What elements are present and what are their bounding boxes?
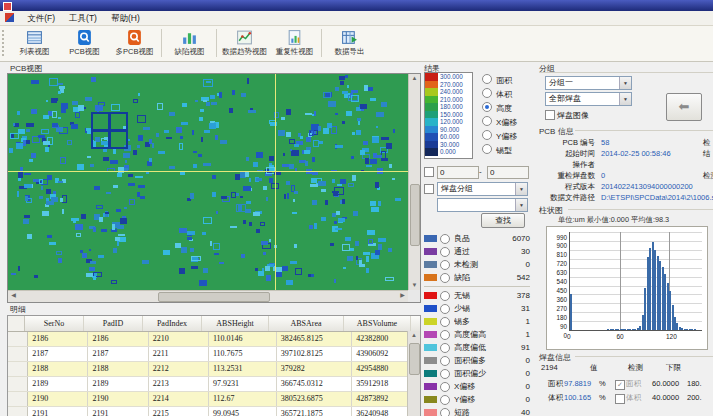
menu-item-help[interactable]: 帮助(H) xyxy=(104,11,147,27)
pcb-hscroll-thumb[interactable] xyxy=(158,292,270,302)
toolbar-button-label: 多PCB视图 xyxy=(111,47,158,56)
radio-icon[interactable] xyxy=(440,330,450,340)
category-row[interactable]: 缺陷542 xyxy=(424,271,530,284)
table-row[interactable]: 21892189221397.9231366745.031235912918 xyxy=(8,377,420,392)
pcb-component xyxy=(49,242,56,245)
category-row[interactable]: 锡多1 xyxy=(424,315,530,328)
menu-item-tools[interactable]: 工具(T) xyxy=(62,11,104,27)
range-to-input[interactable] xyxy=(487,166,529,179)
chevron-down-icon[interactable]: ▼ xyxy=(515,199,527,211)
category-row[interactable]: 通过30 xyxy=(424,245,530,258)
metric-option-1[interactable]: 体积 xyxy=(482,88,512,100)
chevron-down-icon[interactable]: ▼ xyxy=(515,183,527,195)
toolbar-button-repeat-view[interactable]: 重复性视图 xyxy=(270,27,319,60)
radio-icon[interactable] xyxy=(440,356,450,366)
chevron-down-icon[interactable]: ▼ xyxy=(619,93,631,105)
chevron-down-icon[interactable]: ▼ xyxy=(619,77,631,89)
scroll-up-icon[interactable]: ▲ xyxy=(409,74,420,83)
pcb-horizontal-scrollbar[interactable]: ◀ ▶ xyxy=(8,290,408,302)
range-from-input[interactable] xyxy=(437,166,479,179)
table-row[interactable]: 218821882212113.253137928242954880 xyxy=(8,362,420,377)
category-row[interactable]: X偏移0 xyxy=(424,380,530,393)
group-filter-select[interactable]: 焊盘分组▼ xyxy=(437,182,528,196)
group-filter-checkbox[interactable] xyxy=(424,184,434,194)
table-row[interactable]: 218621862210110.0146382465.812542382800 xyxy=(8,332,420,347)
radio-icon[interactable] xyxy=(440,247,450,257)
category-row[interactable]: 高度偏低91 xyxy=(424,341,530,354)
search-button[interactable]: 查找 xyxy=(481,213,525,228)
back-arrow-button[interactable]: ⬅ xyxy=(666,93,702,121)
table-scroll-thumb[interactable] xyxy=(409,343,420,375)
group-select[interactable]: 分组一▼ xyxy=(545,76,632,90)
radio-icon[interactable] xyxy=(440,317,450,327)
column-header-ABSArea[interactable]: ABSArea xyxy=(269,316,344,331)
range-filter-checkbox[interactable] xyxy=(424,167,434,177)
pcb-component xyxy=(266,197,268,201)
radio-icon[interactable] xyxy=(440,304,450,314)
metric-option-5[interactable]: 锡型 xyxy=(482,144,512,156)
title-bar[interactable] xyxy=(0,0,713,11)
toolbar-button-data-trend-view[interactable]: 数据趋势视图 xyxy=(220,27,269,60)
pcb-board-canvas[interactable] xyxy=(8,74,408,290)
category-row[interactable]: 高度偏高1 xyxy=(424,328,530,341)
category-row[interactable]: 无锡378 xyxy=(424,289,530,302)
toolbar-button-list-view[interactable]: 列表视图 xyxy=(10,27,59,60)
column-header-ABSVolume[interactable]: ABSVolume xyxy=(344,316,411,331)
toolbar-button-multi-pcb-view[interactable]: 多PCB视图 xyxy=(110,27,159,60)
radio-icon[interactable] xyxy=(440,395,450,405)
radio-icon[interactable] xyxy=(482,88,492,98)
category-row[interactable]: Y偏移0 xyxy=(424,393,530,406)
category-row[interactable]: 面积偏少0 xyxy=(424,367,530,380)
group-value-select[interactable]: ▼ xyxy=(437,198,528,212)
column-header-PadID[interactable]: PadID xyxy=(84,316,143,331)
menu-item-file[interactable]: 文件(F) xyxy=(20,11,62,27)
pad-check-checkbox[interactable]: ✓ xyxy=(615,380,625,390)
radio-icon[interactable] xyxy=(482,144,492,154)
radio-icon[interactable] xyxy=(440,260,450,270)
toolbar-grip[interactable] xyxy=(2,30,7,56)
radio-icon[interactable] xyxy=(440,273,450,283)
column-header-ABSHeight[interactable]: ABSHeight xyxy=(202,316,269,331)
category-row[interactable]: 面积偏多0 xyxy=(424,354,530,367)
column-header-PadIndex[interactable]: PadIndex xyxy=(143,316,202,331)
pad-image-checkbox[interactable] xyxy=(545,110,555,120)
table-row[interactable]: 219021902214112.67380523.687542873892 xyxy=(8,392,420,407)
toolbar-button-defect-view[interactable]: 缺陷视图 xyxy=(165,27,214,60)
pcb-component xyxy=(338,218,345,222)
toolbar-button-data-export[interactable]: 数据导出 xyxy=(325,27,374,60)
radio-icon[interactable] xyxy=(482,74,492,84)
pad-check-checkbox[interactable] xyxy=(615,394,625,404)
metric-option-4[interactable]: Y偏移 xyxy=(482,130,517,142)
table-row[interactable]: 218721872211110.7675397102.812543906092 xyxy=(8,347,420,362)
pad-select[interactable]: 全部焊盘▼ xyxy=(545,92,632,106)
metric-option-0[interactable]: 面积 xyxy=(482,74,512,86)
toolbar-button-pcb-view[interactable]: PCB视图 xyxy=(60,27,109,60)
radio-icon[interactable] xyxy=(440,369,450,379)
table-row[interactable]: 21912191221599.0945365721.187536240948 xyxy=(8,407,420,416)
category-row[interactable]: 未检测0 xyxy=(424,258,530,271)
radio-icon[interactable] xyxy=(440,234,450,244)
scroll-right-icon[interactable]: ▶ xyxy=(397,291,408,300)
radio-icon[interactable] xyxy=(482,116,492,126)
metric-option-2[interactable]: 高度 xyxy=(482,102,512,114)
column-header-SerNo[interactable]: SerNo xyxy=(25,316,84,331)
radio-icon[interactable] xyxy=(482,130,492,140)
radio-icon[interactable] xyxy=(440,382,450,392)
category-row[interactable]: 少锡31 xyxy=(424,302,530,315)
pcb-vscroll-thumb[interactable] xyxy=(410,184,420,246)
metric-option-3[interactable]: X偏移 xyxy=(482,116,517,128)
radio-icon[interactable] xyxy=(440,408,450,416)
scroll-left-icon[interactable]: ◀ xyxy=(8,291,19,300)
pcb-component xyxy=(56,251,62,255)
category-row[interactable]: 短路40 xyxy=(424,406,530,416)
radio-icon[interactable] xyxy=(482,102,492,112)
scroll-down-icon[interactable]: ▼ xyxy=(409,281,420,290)
table-header-row: SerNoPadIDPadIndexABSHeightABSAreaABSVol… xyxy=(8,316,420,332)
radio-icon[interactable] xyxy=(440,291,450,301)
table-scroll-up-icon[interactable]: ▲ xyxy=(408,331,420,340)
pcb-vertical-scrollbar[interactable]: ▲ ▼ xyxy=(408,74,420,290)
radio-icon[interactable] xyxy=(440,343,450,353)
category-row[interactable]: 良品6070 xyxy=(424,232,530,245)
table-vertical-scrollbar[interactable]: ▲ xyxy=(407,331,420,416)
pcb-large-component xyxy=(91,112,110,131)
